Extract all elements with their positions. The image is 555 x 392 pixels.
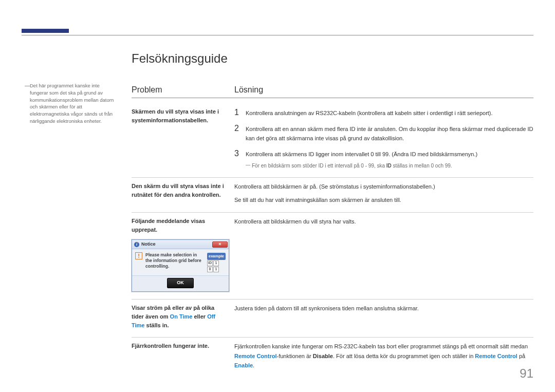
step-number: 1 (234, 107, 246, 117)
problem-eller: eller (192, 313, 207, 320)
dialog-side: example ID 1 0 1 (207, 252, 226, 272)
page-title: Felsökningsguide (132, 51, 228, 66)
grid-cell: ID (207, 260, 213, 266)
sol-text: Fjärrkontrollen kanske inte fungerar om … (234, 343, 528, 349)
step-text: Kontrollera anslutningen av RS232C-kabel… (246, 107, 533, 118)
solution-line: Se till att du har valt inmatningskällan… (234, 195, 533, 205)
grid-cell: 1 (213, 267, 219, 272)
header-problem: Problem (132, 85, 234, 95)
remote-control-label: Remote Control (475, 353, 517, 359)
table-row: Följande meddelande visas upprepat. i No… (132, 213, 533, 300)
header-accent-bar (22, 29, 69, 33)
solution-cell: Fjärrkontrollen kanske inte fungerar om … (234, 342, 533, 370)
footnote-bold: ID (386, 163, 392, 169)
notice-dialog: i Notice × ! Please make selection in th… (132, 239, 229, 292)
example-badge: example (207, 253, 226, 260)
table-row: Den skärm du vill styra visas inte i rut… (132, 178, 533, 213)
solution-line: Kontrollera att bildskärmen är på. (Se s… (234, 182, 533, 192)
footnote-pre: För en bildskärm som stöder ID i ett int… (252, 163, 386, 169)
problem-post: ställs in. (144, 322, 169, 328)
problem-text: Följande meddelande visas upprepat. (132, 218, 205, 233)
dialog-body: ! Please make selection in the informati… (132, 249, 229, 275)
solution-cell: Kontrollera att bildskärmen är på. (Se s… (234, 182, 533, 205)
step-footnote: För en bildskärm som stöder ID i ett int… (246, 161, 533, 170)
sol-text: på (517, 353, 525, 359)
sol-text: -funktionen är (277, 353, 313, 359)
side-note: ― Det här programmet kanske inte fungera… (30, 82, 114, 125)
dialog-footer: OK (132, 275, 229, 291)
problem-cell: Följande meddelande visas upprepat. i No… (132, 217, 234, 292)
dialog-title-left: i Notice (134, 241, 156, 248)
enable-label: Enable (234, 362, 253, 368)
solution-cell: Justera tiden på datorn till att synkron… (234, 304, 533, 330)
solution-step: 3 Kontrollera att skärmens ID ligger ino… (234, 148, 533, 159)
dialog-titlebar: i Notice × (132, 240, 229, 249)
warning-icon: ! (135, 252, 142, 259)
dialog-grid: ID 1 0 1 (207, 260, 226, 272)
footnote-post: ställas in mellan 0 och 99. (392, 163, 452, 169)
header-solution: Lösning (234, 85, 533, 95)
header-rule (22, 35, 533, 35)
step-text: Kontrollera att skärmens ID ligger inom … (246, 148, 533, 159)
dialog-title: Notice (141, 241, 156, 248)
disable-label: Disable (313, 353, 333, 359)
troubleshooting-table: Problem Lösning Skärmen du vill styra vi… (132, 85, 533, 378)
grid-cell: 0 (207, 267, 213, 272)
solution-step: 1 Kontrollera anslutningen av RS232C-kab… (234, 107, 533, 118)
remote-control-label: Remote Control (234, 353, 277, 359)
sidenote-dash: ― (25, 82, 30, 90)
on-time-label: On Time (170, 313, 193, 320)
step-text: Kontrollera att en annan skärm med flera… (246, 123, 533, 143)
grid-cell: 1 (213, 260, 219, 266)
dialog-message: Please make selection in the information… (145, 252, 204, 269)
sol-text: . (253, 362, 254, 368)
sol-text: . För att lösa detta kör du programmet i… (333, 353, 475, 359)
sidenote-text: Det här programmet kanske inte fungerar … (30, 83, 114, 124)
solution-cell: Kontrollera att bildskärmen du vill styr… (234, 217, 533, 292)
problem-cell: Fjärrkontrollen fungerar inte. (132, 342, 234, 370)
solution-cell: 1 Kontrollera anslutningen av RS232C-kab… (234, 107, 533, 170)
table-row: Visar ström på eller av på olika tider ä… (132, 300, 533, 338)
problem-cell: Visar ström på eller av på olika tider ä… (132, 304, 234, 330)
problem-cell: Den skärm du vill styra visas inte i rut… (132, 182, 234, 205)
table-header-row: Problem Lösning (132, 85, 533, 98)
problem-cell: Skärmen du vill styra visas inte i syste… (132, 107, 234, 170)
step-number: 3 (234, 148, 246, 158)
table-row: Fjärrkontrollen fungerar inte. Fjärrkont… (132, 338, 533, 378)
solution-step: 2 Kontrollera att en annan skärm med fle… (234, 123, 533, 143)
ok-button[interactable]: OK (167, 278, 194, 288)
step-number: 2 (234, 123, 246, 133)
table-row: Skärmen du vill styra visas inte i syste… (132, 103, 533, 178)
page-number: 91 (520, 366, 533, 381)
close-button[interactable]: × (212, 241, 228, 248)
info-icon: i (134, 242, 139, 247)
